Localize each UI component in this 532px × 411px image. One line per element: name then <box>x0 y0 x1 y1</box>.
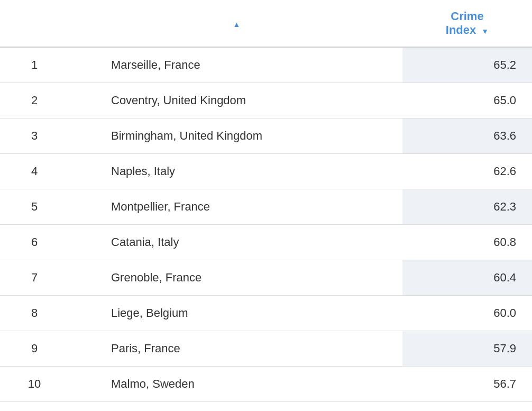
rank-cell: 1 <box>0 47 69 83</box>
rank-cell: 2 <box>0 83 69 118</box>
city-cell: Birmingham, United Kingdom <box>69 118 402 154</box>
crime-index-cell: 62.3 <box>402 189 532 225</box>
crime-index-cell: 60.0 <box>402 296 532 331</box>
crime-index-column-header[interactable]: CrimeIndex ▼ <box>402 0 532 47</box>
rank-cell: 5 <box>0 189 69 225</box>
crime-index-cell: 56.7 <box>402 367 532 402</box>
table-row: 10Malmo, Sweden56.7 <box>0 367 532 402</box>
city-cell: Grenoble, France <box>69 260 402 296</box>
city-cell: Paris, France <box>69 331 402 367</box>
rank-cell: 3 <box>0 118 69 154</box>
rank-cell: 9 <box>0 331 69 367</box>
table-header-row: ▲ CrimeIndex ▼ <box>0 0 532 47</box>
table-row: 8Liege, Belgium60.0 <box>0 296 532 331</box>
crime-index-header-label: CrimeIndex <box>446 10 484 36</box>
crime-index-cell: 60.4 <box>402 260 532 296</box>
crime-index-sort-icon: ▼ <box>481 27 489 35</box>
table-row: 9Paris, France57.9 <box>0 331 532 367</box>
crime-index-cell: 65.0 <box>402 83 532 118</box>
city-cell: Marseille, France <box>69 47 402 83</box>
crime-index-cell: 65.2 <box>402 47 532 83</box>
table-body: 1Marseille, France65.22Coventry, United … <box>0 47 532 402</box>
table-row: 3Birmingham, United Kingdom63.6 <box>0 118 532 154</box>
crime-index-cell: 57.9 <box>402 331 532 367</box>
city-cell: Catania, Italy <box>69 225 402 260</box>
rank-cell: 8 <box>0 296 69 331</box>
crime-index-cell: 60.8 <box>402 225 532 260</box>
rank-cell: 10 <box>0 367 69 402</box>
city-cell: Naples, Italy <box>69 154 402 189</box>
city-cell: Malmo, Sweden <box>69 367 402 402</box>
rank-cell: 7 <box>0 260 69 296</box>
table-row: 5Montpellier, France62.3 <box>0 189 532 225</box>
rank-column-header[interactable] <box>0 0 69 47</box>
table-row: 7Grenoble, France60.4 <box>0 260 532 296</box>
table-row: 4Naples, Italy62.6 <box>0 154 532 189</box>
crime-index-table: ▲ CrimeIndex ▼ 1Marseille, France65.22Co… <box>0 0 532 402</box>
rank-cell: 6 <box>0 225 69 260</box>
city-cell: Montpellier, France <box>69 189 402 225</box>
crime-index-table-container: ▲ CrimeIndex ▼ 1Marseille, France65.22Co… <box>0 0 532 402</box>
table-row: 2Coventry, United Kingdom65.0 <box>0 83 532 118</box>
table-row: 1Marseille, France65.2 <box>0 47 532 83</box>
city-cell: Coventry, United Kingdom <box>69 83 402 118</box>
table-row: 6Catania, Italy60.8 <box>0 225 532 260</box>
rank-cell: 4 <box>0 154 69 189</box>
city-sort-icon: ▲ <box>233 20 241 29</box>
city-column-header[interactable]: ▲ <box>69 0 402 47</box>
crime-index-cell: 62.6 <box>402 154 532 189</box>
crime-index-cell: 63.6 <box>402 118 532 154</box>
city-cell: Liege, Belgium <box>69 296 402 331</box>
